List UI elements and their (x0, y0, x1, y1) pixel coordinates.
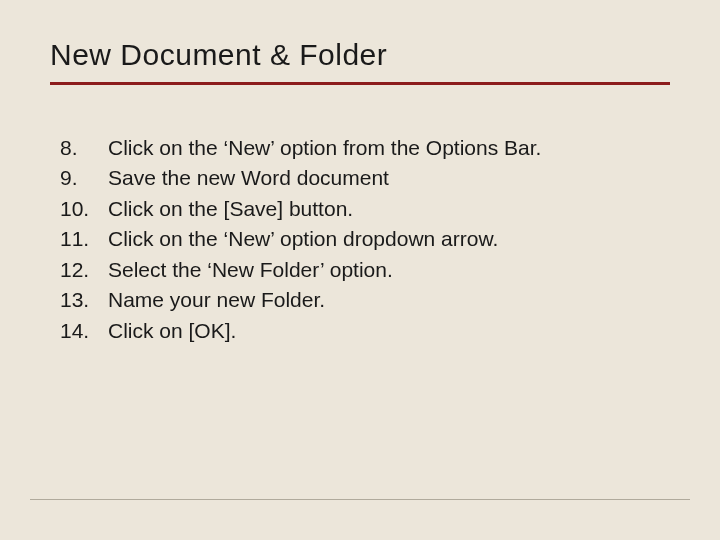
list-item: 11. Click on the ‘New’ option dropdown a… (60, 224, 670, 254)
step-text: Click on the ‘New’ option from the Optio… (108, 133, 541, 163)
step-number: 14. (60, 316, 108, 346)
step-number: 12. (60, 255, 108, 285)
list-item: 12. Select the ‘New Folder’ option. (60, 255, 670, 285)
list-item: 9. Save the new Word document (60, 163, 670, 193)
step-text: Select the ‘New Folder’ option. (108, 255, 393, 285)
list-item: 14. Click on [OK]. (60, 316, 670, 346)
step-text: Save the new Word document (108, 163, 389, 193)
list-item: 8. Click on the ‘New’ option from the Op… (60, 133, 670, 163)
list-item: 10. Click on the [Save] button. (60, 194, 670, 224)
step-text: Click on the ‘New’ option dropdown arrow… (108, 224, 498, 254)
steps-list: 8. Click on the ‘New’ option from the Op… (50, 133, 670, 346)
slide: New Document & Folder 8. Click on the ‘N… (0, 0, 720, 540)
step-text: Click on [OK]. (108, 316, 236, 346)
title-underline (50, 82, 670, 85)
page-title: New Document & Folder (50, 38, 670, 72)
step-number: 11. (60, 224, 108, 254)
step-number: 10. (60, 194, 108, 224)
step-text: Click on the [Save] button. (108, 194, 353, 224)
footer-divider (30, 499, 690, 500)
step-number: 13. (60, 285, 108, 315)
list-item: 13. Name your new Folder. (60, 285, 670, 315)
step-text: Name your new Folder. (108, 285, 325, 315)
step-number: 8. (60, 133, 108, 163)
step-number: 9. (60, 163, 108, 193)
